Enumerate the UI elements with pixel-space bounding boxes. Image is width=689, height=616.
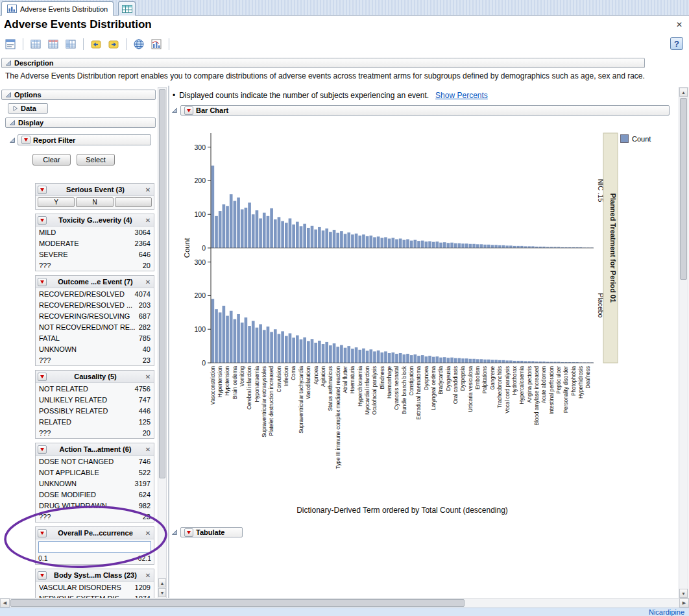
bar[interactable] (417, 241, 420, 248)
bar[interactable] (403, 354, 406, 363)
bar[interactable] (494, 245, 498, 248)
bar[interactable] (278, 217, 281, 248)
description-section-header[interactable]: Description (1, 58, 645, 68)
bar[interactable] (436, 241, 439, 248)
filter-row[interactable]: POSSIBLY RELATED446 (36, 405, 154, 416)
bar[interactable] (395, 240, 398, 248)
filter-row[interactable]: DOSE NOT CHANGED746 (36, 456, 154, 467)
bar[interactable] (223, 306, 226, 363)
script-icon[interactable] (64, 37, 78, 51)
bar[interactable] (347, 346, 350, 363)
bar[interactable] (366, 236, 369, 248)
scrollbar-thumb[interactable] (10, 599, 465, 607)
filter-row[interactable]: RELATED125 (36, 416, 154, 427)
bar[interactable] (366, 351, 369, 363)
bar[interactable] (311, 226, 314, 248)
filter-row[interactable]: ???20 (36, 260, 154, 271)
bar[interactable] (325, 228, 328, 248)
bar[interactable] (311, 339, 314, 363)
bar[interactable] (351, 349, 354, 363)
bar[interactable] (388, 353, 391, 363)
red-triangle-menu-icon[interactable] (38, 278, 47, 286)
bar[interactable] (399, 239, 402, 248)
bar[interactable] (472, 244, 476, 248)
bar[interactable] (347, 232, 350, 248)
bar[interactable] (245, 317, 248, 363)
horizontal-scrollbar[interactable] (0, 598, 689, 608)
red-triangle-menu-icon[interactable] (38, 571, 47, 580)
bar[interactable] (355, 347, 358, 363)
bar[interactable] (502, 360, 505, 363)
bar[interactable] (406, 240, 409, 248)
new-report-icon[interactable] (3, 37, 18, 51)
bar[interactable] (318, 341, 321, 363)
bar[interactable] (425, 241, 428, 248)
bar[interactable] (432, 357, 435, 363)
bar[interactable] (377, 236, 380, 248)
bar[interactable] (252, 214, 255, 248)
bar[interactable] (212, 299, 215, 363)
bar[interactable] (263, 213, 266, 248)
bar[interactable] (432, 242, 435, 248)
bar[interactable] (307, 228, 310, 248)
bar[interactable] (322, 344, 325, 363)
scroll-up-icon[interactable] (158, 578, 166, 587)
bar[interactable] (450, 243, 453, 248)
redo-icon[interactable] (106, 37, 121, 51)
filter-row[interactable]: ???23 (36, 511, 154, 522)
show-percents-link[interactable]: Show Percents (435, 91, 488, 100)
bar[interactable] (358, 350, 361, 363)
bar[interactable] (417, 356, 420, 363)
bar[interactable] (259, 324, 262, 363)
bar[interactable] (230, 311, 233, 363)
filter-row[interactable]: DRUG WITHDRAWN982 (36, 500, 154, 511)
bar[interactable] (241, 323, 244, 363)
red-triangle-menu-icon[interactable] (38, 529, 47, 537)
bar[interactable] (292, 338, 295, 363)
bar[interactable] (480, 359, 483, 363)
report-filter-header[interactable]: Report Filter (18, 134, 151, 145)
bar[interactable] (465, 243, 468, 248)
bar[interactable] (336, 347, 339, 363)
filter-row[interactable]: NOT RECOVERED/NOT RE...282 (36, 321, 154, 332)
disclosure-triangle-icon[interactable] (5, 92, 12, 98)
bar[interactable] (384, 351, 387, 363)
bar[interactable] (281, 331, 284, 363)
bar[interactable] (447, 358, 450, 363)
red-triangle-menu-icon[interactable] (38, 186, 47, 194)
bar[interactable] (252, 321, 255, 363)
scroll-left-icon[interactable] (0, 598, 10, 608)
main-scrollbar[interactable] (679, 87, 688, 598)
bar[interactable] (314, 343, 317, 363)
filter-close-icon[interactable] (144, 446, 152, 453)
bar[interactable] (428, 241, 431, 248)
bar[interactable] (322, 230, 325, 248)
sidebar-scrollbar[interactable] (158, 87, 167, 598)
red-triangle-menu-icon[interactable] (184, 106, 193, 115)
filter-row[interactable]: UNKNOWN3197 (36, 478, 154, 489)
bar[interactable] (414, 354, 417, 363)
disclosure-triangle-icon[interactable] (171, 529, 178, 536)
bar[interactable] (509, 360, 513, 363)
bar[interactable] (377, 351, 380, 363)
bar[interactable] (340, 345, 343, 363)
scrollbar-thumb[interactable] (680, 98, 687, 280)
bar[interactable] (520, 246, 524, 248)
scroll-down-icon[interactable] (158, 588, 166, 597)
scroll-up-icon[interactable] (679, 88, 688, 97)
filter-close-icon[interactable] (144, 278, 152, 286)
bar[interactable] (414, 240, 417, 248)
options-section-header[interactable]: Options (1, 90, 156, 100)
bar[interactable] (399, 353, 402, 363)
bar[interactable] (480, 244, 483, 248)
bar[interactable] (465, 358, 468, 363)
tabulate-section-header[interactable]: Tabulate (180, 527, 243, 537)
bar[interactable] (263, 330, 266, 363)
bar[interactable] (318, 227, 321, 248)
scroll-down-icon[interactable] (679, 589, 688, 598)
bar[interactable] (314, 230, 317, 248)
bar[interactable] (373, 351, 376, 363)
bar[interactable] (428, 356, 431, 363)
bar[interactable] (421, 241, 424, 248)
graph-builder-icon[interactable] (149, 37, 163, 51)
